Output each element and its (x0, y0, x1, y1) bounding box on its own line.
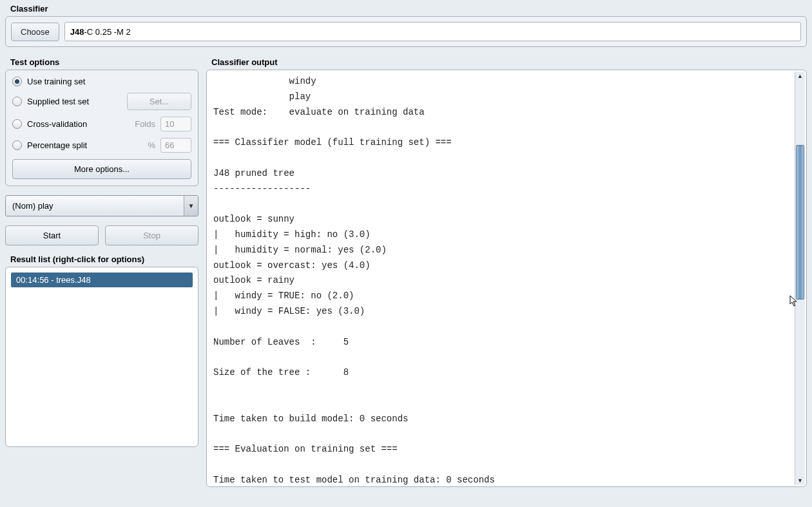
chevron-down-icon: ▼ (184, 196, 198, 216)
result-item[interactable]: 00:14:56 - trees.J48 (11, 273, 193, 287)
pct-input[interactable] (160, 138, 191, 153)
classifier-output-panel: windy play Test mode: evaluate on traini… (206, 70, 807, 487)
radio-percentage-split[interactable] (12, 140, 22, 150)
scrollbar[interactable]: ▲ ▼ (795, 72, 805, 485)
start-button[interactable]: Start (5, 225, 99, 245)
label-percentage-split: Percentage split (27, 140, 124, 150)
label-supplied-test: Supplied test set (27, 97, 122, 106)
scroll-up-icon[interactable]: ▲ (797, 72, 803, 81)
result-list[interactable]: 00:14:56 - trees.J48 (5, 267, 198, 447)
result-list-title: Result list (right-click for options) (5, 251, 198, 267)
radio-use-training[interactable] (12, 77, 22, 86)
test-options-title: Test options (5, 53, 198, 70)
scroll-down-icon[interactable]: ▼ (797, 476, 803, 485)
label-use-training: Use training set (27, 77, 191, 86)
classifier-string[interactable]: J48 -C 0.25 -M 2 (64, 22, 801, 41)
classifier-title: Classifier (5, 0, 807, 16)
output-title: Classifier output (206, 53, 807, 70)
set-button: Set... (127, 93, 191, 110)
choose-button[interactable]: Choose (11, 23, 59, 41)
radio-supplied-test[interactable] (12, 97, 22, 106)
stop-button: Stop (105, 225, 198, 245)
class-attribute-select[interactable]: (Nom) play ▼ (5, 195, 198, 216)
scroll-track[interactable] (795, 81, 805, 476)
folds-input[interactable] (160, 117, 191, 131)
more-options-button[interactable]: More options... (12, 159, 191, 179)
classifier-params: -C 0.25 -M 2 (84, 27, 131, 37)
label-cross-validation: Cross-validation (27, 119, 124, 129)
radio-cross-validation[interactable] (12, 119, 22, 129)
scroll-thumb[interactable] (796, 145, 804, 300)
classifier-name: J48 (70, 27, 84, 37)
pct-label: % (130, 140, 155, 150)
classifier-output-text[interactable]: windy play Test mode: evaluate on traini… (208, 72, 795, 485)
class-attribute-value: (Nom) play (6, 196, 184, 216)
folds-label: Folds (130, 119, 155, 129)
